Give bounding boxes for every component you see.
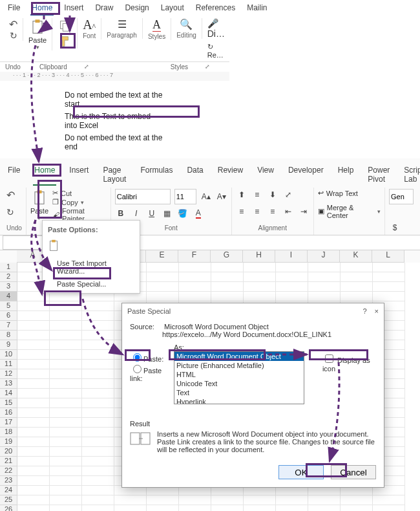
cell[interactable] [17,350,50,360]
paragraph-icon[interactable]: ☰ [118,18,127,30]
cell[interactable] [50,331,82,340]
row-header[interactable]: 12 [0,369,17,379]
row-header[interactable]: 5 [0,301,17,311]
cell[interactable] [82,418,114,428]
cell[interactable] [244,263,276,272]
cell[interactable] [114,495,147,505]
row-header[interactable]: 18 [0,428,17,437]
cell[interactable] [341,272,373,282]
cell[interactable] [308,495,341,505]
cell[interactable] [50,505,82,511]
row-header[interactable]: 9 [0,340,17,350]
tab-references[interactable]: References [194,3,236,16]
cell[interactable] [276,292,308,301]
cell[interactable] [17,486,50,495]
cell[interactable] [17,311,50,321]
cell[interactable] [276,263,308,272]
cell[interactable] [373,495,405,505]
cell[interactable] [147,263,179,272]
cell[interactable] [341,263,373,272]
row-header[interactable]: 2 [0,272,17,282]
cell[interactable] [50,466,82,476]
excel-tab-help[interactable]: Help [337,165,355,186]
paste-option-keep-source[interactable] [43,236,140,257]
tab-draw[interactable]: Draw [94,3,114,16]
underline-button[interactable]: U [146,208,158,219]
cell[interactable] [276,272,308,282]
cell[interactable] [147,505,179,511]
bold-button[interactable]: B [115,208,127,219]
copy-button[interactable]: ❐Copy ▾ [52,198,107,206]
row-header[interactable]: 21 [0,457,17,466]
excel-tab-developer[interactable]: Developer [287,165,325,186]
cell[interactable] [50,486,82,495]
cell[interactable] [211,292,244,301]
dialog-close-button[interactable]: × [375,307,379,315]
cell[interactable] [17,398,50,408]
as-listbox[interactable]: Microsoft Word Document ObjectPicture (E… [174,351,304,404]
increase-indent-icon[interactable]: ⇥ [298,206,310,217]
cell[interactable] [50,379,82,389]
tab-layout[interactable]: Layout [160,3,185,16]
cell[interactable] [17,331,50,340]
tab-insert[interactable]: Insert [63,3,85,16]
cell[interactable] [50,369,82,379]
cell[interactable] [373,292,405,301]
cell[interactable] [276,282,308,292]
font-size-select[interactable] [174,189,196,204]
cell[interactable] [50,311,82,321]
cell[interactable] [82,486,114,495]
cell[interactable] [50,350,82,360]
cell[interactable] [308,292,341,301]
cell[interactable] [82,495,114,505]
align-middle-icon[interactable]: ≡ [251,189,263,201]
excel-tab-power-pivot[interactable]: Power Pivot [366,165,391,186]
formula-input[interactable] [94,237,420,248]
cell[interactable] [17,495,50,505]
paste-link-radio[interactable]: Paste link: [130,367,162,382]
cell[interactable] [50,389,82,398]
cell[interactable] [82,408,114,418]
excel-tab-home[interactable]: Home [33,165,56,186]
cell[interactable] [50,398,82,408]
cell[interactable] [341,505,373,511]
cell[interactable] [50,428,82,437]
col-header[interactable]: F [178,250,211,263]
cell[interactable] [82,301,114,311]
cell[interactable] [82,360,114,369]
paste-button[interactable]: Paste ▾ [28,18,47,50]
cell[interactable] [147,272,179,282]
cell[interactable] [147,292,179,301]
cell[interactable] [82,350,114,360]
row-header[interactable]: 25 [0,495,17,505]
cell[interactable] [82,398,114,408]
excel-paste-button[interactable]: Paste ▾ [30,189,48,223]
cell[interactable] [82,437,114,447]
document-area[interactable]: Do not embed the text at the start This … [0,81,229,151]
excel-tab-view[interactable]: View [256,165,275,186]
cell[interactable] [82,331,114,340]
cell[interactable] [114,505,147,511]
row-header[interactable]: 16 [0,408,17,418]
as-option[interactable]: Microsoft Word Document Object [174,352,304,361]
cell[interactable] [211,505,244,511]
cell[interactable] [179,282,211,292]
row-header[interactable]: 15 [0,398,17,408]
cell[interactable] [308,272,341,282]
col-header[interactable]: G [211,250,243,263]
reuse-icon[interactable]: ↻ Re… [207,43,225,59]
col-header[interactable]: L [372,250,404,263]
cell[interactable] [17,408,50,418]
cell[interactable] [17,457,50,466]
tab-home[interactable]: Home [30,3,54,16]
cell[interactable] [82,379,114,389]
copy-paste-small-icon[interactable] [58,18,72,32]
excel-tab-script-lab[interactable]: Script Lab [403,165,420,186]
as-option[interactable]: HTML [174,370,304,379]
cell[interactable] [179,263,211,272]
cell[interactable] [50,437,82,447]
cell[interactable] [82,447,114,457]
cell[interactable] [17,340,50,350]
cell[interactable] [373,272,405,282]
excel-tab-review[interactable]: Review [216,165,244,186]
